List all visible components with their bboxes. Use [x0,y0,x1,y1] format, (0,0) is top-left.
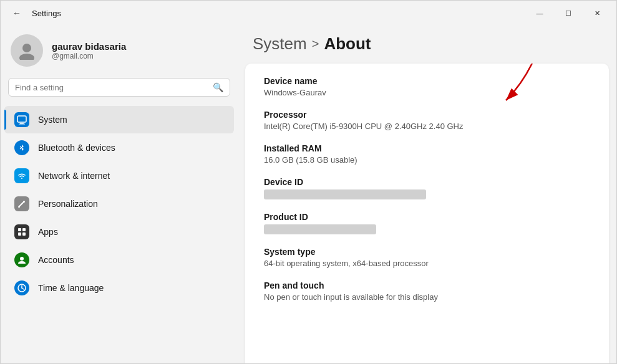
pen-touch-label: Pen and touch [264,280,590,290]
main-content: gaurav bidasaria @gmail.com 🔍 [1,26,616,363]
user-name: gaurav bidasaria [52,41,126,52]
pen-touch-value: No pen or touch input is available for t… [264,292,590,302]
title-bar: ← Settings — ☐ ✕ [1,1,616,26]
sidebar-item-apps-label: Apps [38,227,58,237]
sidebar-item-personalization-label: Personalization [38,199,98,209]
svg-line-15 [22,288,24,289]
breadcrumb-current: About [324,34,371,54]
sidebar-item-time[interactable]: Time & language [4,274,234,302]
bluetooth-icon [14,140,29,155]
title-bar-left: ← Settings [8,4,61,22]
processor-value: Intel(R) Core(TM) i5-9300H CPU @ 2.40GHz… [264,122,590,131]
svg-point-12 [20,257,24,261]
device-id-label: Device ID [264,177,590,187]
breadcrumb-parent: System [253,34,307,54]
content-panel: Device name Windows-Gaurav Processor Int… [245,64,609,363]
device-id-value [264,189,426,199]
breadcrumb-separator: > [312,37,319,51]
back-button[interactable]: ← [8,4,26,22]
apps-icon [14,224,29,239]
minimize-button[interactable]: — [525,3,554,23]
search-box: 🔍 [8,78,230,97]
sidebar-item-accounts-label: Accounts [38,255,74,265]
sidebar-item-time-label: Time & language [38,283,104,293]
sidebar: gaurav bidasaria @gmail.com 🔍 [1,26,238,363]
search-input[interactable] [15,83,208,92]
product-id-row: Product ID [264,212,590,234]
sidebar-item-network-label: Network & internet [38,171,110,181]
svg-point-6 [23,201,25,203]
user-info: gaurav bidasaria @gmail.com [52,41,126,60]
pen-touch-row: Pen and touch No pen or touch input is a… [264,280,590,302]
close-button[interactable]: ✕ [583,3,611,23]
ram-row: Installed RAM 16.0 GB (15.8 GB usable) [264,143,590,165]
ram-label: Installed RAM [264,143,590,153]
time-icon [14,280,29,295]
app-title: Settings [32,9,61,18]
window-controls: — ☐ ✕ [525,3,611,23]
sidebar-item-system[interactable]: System [4,106,234,133]
device-name-value: Windows-Gaurav [264,88,590,97]
system-type-row: System type 64-bit operating system, x64… [264,247,590,268]
svg-rect-2 [17,116,26,122]
ram-value: 16.0 GB (15.8 GB usable) [264,155,590,165]
svg-rect-9 [22,228,26,231]
svg-rect-11 [22,232,26,236]
search-icon: 🔍 [213,82,223,92]
svg-rect-3 [20,123,24,124]
svg-rect-8 [18,228,21,231]
svg-line-5 [19,202,24,207]
content-area: System > About Device name Windows-Gaura… [238,26,616,363]
breadcrumb: System > About [238,26,616,64]
user-profile[interactable]: gaurav bidasaria @gmail.com [1,26,238,78]
maximize-button[interactable]: ☐ [554,3,583,23]
svg-rect-4 [19,124,25,125]
sidebar-item-apps[interactable]: Apps [4,218,234,246]
processor-label: Processor [264,110,590,120]
search-container: 🔍 [1,78,238,104]
avatar [11,34,43,67]
user-email: @gmail.com [52,52,126,60]
sidebar-item-personalization[interactable]: Personalization [4,190,234,218]
network-icon [14,168,29,183]
system-icon [14,112,29,127]
svg-rect-10 [18,232,21,236]
sidebar-item-accounts[interactable]: Accounts [4,246,234,274]
sidebar-item-bluetooth[interactable]: Bluetooth & devices [4,134,234,161]
personalization-icon [14,196,29,211]
settings-window: ← Settings — ☐ ✕ gaurav bidasaria [0,0,617,364]
system-type-label: System type [264,247,590,257]
accounts-icon [14,252,29,267]
device-id-row: Device ID [264,177,590,199]
sidebar-item-network[interactable]: Network & internet [4,162,234,189]
product-id-label: Product ID [264,212,590,222]
nav-list: System Bluetooth & devices [1,104,238,363]
device-name-label: Device name [264,76,590,86]
svg-point-0 [22,44,31,52]
svg-point-1 [19,54,34,60]
sidebar-item-bluetooth-label: Bluetooth & devices [38,143,115,153]
system-type-value: 64-bit operating system, x64-based proce… [264,259,590,268]
processor-row: Processor Intel(R) Core(TM) i5-9300H CPU… [264,110,590,131]
product-id-value [264,224,376,234]
sidebar-item-system-label: System [38,115,67,125]
device-name-row: Device name Windows-Gaurav [264,76,590,97]
